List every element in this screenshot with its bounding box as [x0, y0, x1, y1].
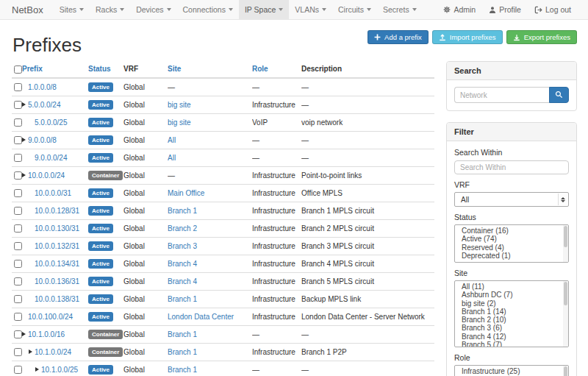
site-link[interactable]: Branch 4 [168, 277, 197, 285]
prefix-link[interactable]: 10.0.0.138/31 [35, 295, 79, 304]
nav-item-circuits[interactable]: Circuits [332, 0, 377, 19]
site-link[interactable]: big site [168, 101, 191, 109]
utility-profile[interactable]: Profile [482, 5, 528, 14]
column-header-status[interactable]: Status [88, 62, 123, 78]
row-checkbox[interactable] [14, 118, 22, 127]
row-checkbox[interactable] [14, 242, 22, 250]
filter-option[interactable]: Reserved (4) [455, 244, 568, 252]
filter-select-vrf[interactable]: All [454, 192, 569, 207]
brand[interactable]: NetBox [0, 0, 54, 19]
prefix-link[interactable]: 10.0.0.132/31 [35, 242, 79, 251]
site-link[interactable]: Branch 2 [168, 224, 197, 233]
role-cell: — [252, 78, 301, 96]
nav-item-connections[interactable]: Connections [177, 0, 239, 19]
row-checkbox[interactable] [14, 171, 22, 180]
site-link[interactable]: Branch 1 [168, 295, 197, 303]
prefix-link[interactable]: 10.0.0.0/31 [35, 189, 71, 198]
status-badge: Active [88, 294, 113, 304]
filter-option[interactable]: big site (2) [455, 299, 568, 308]
prefix-link[interactable]: 10.0.0.136/31 [35, 277, 79, 286]
expand-children-icon[interactable] [22, 173, 26, 177]
expand-children-icon[interactable] [29, 350, 32, 354]
row-checkbox[interactable] [14, 189, 22, 197]
nav-item-devices[interactable]: Devices [130, 0, 176, 19]
prefix-link[interactable]: 10.1.0.0/16 [28, 330, 65, 339]
prefix-link[interactable]: 5.0.0.0/25 [35, 118, 67, 127]
site-link[interactable]: big site [168, 118, 191, 127]
import-prefixes-button[interactable]: Import prefixes [432, 30, 503, 44]
site-link[interactable]: London Data Center [168, 313, 234, 321]
expand-children-icon[interactable] [22, 102, 26, 107]
filter-option[interactable]: Branch 4 (12) [455, 333, 568, 341]
prefix-link[interactable]: 10.0.0.130/31 [35, 224, 79, 233]
export-prefixes-button[interactable]: Export prefixes [506, 30, 577, 44]
expand-children-icon[interactable] [22, 332, 26, 336]
nav-item-sites[interactable]: Sites [54, 0, 90, 19]
filter-option[interactable]: Branch 5 (7) [455, 341, 568, 347]
filter-option[interactable]: Active (74) [455, 235, 568, 243]
filter-option[interactable]: Infrastructure (25) [455, 367, 568, 375]
column-header-site[interactable]: Site [168, 62, 252, 78]
utility-admin[interactable]: Admin [437, 5, 482, 14]
row-checkbox[interactable] [14, 136, 22, 144]
expand-children-icon[interactable] [35, 367, 39, 372]
site-link[interactable]: Branch 1 [168, 207, 197, 215]
site-link[interactable]: Branch 3 [168, 242, 197, 250]
nav-item-secrets[interactable]: Secrets [377, 0, 423, 19]
utility-log-out[interactable]: Log out [528, 5, 578, 14]
search-input[interactable] [454, 87, 549, 103]
scrollbar[interactable] [563, 366, 568, 376]
prefix-link[interactable]: 5.0.0.0/24 [28, 101, 60, 110]
site-link[interactable]: Branch 1 [168, 330, 197, 338]
row-checkbox[interactable] [14, 348, 22, 356]
site-link[interactable]: Main Office [168, 189, 204, 197]
filter-option[interactable]: Branch 3 (6) [455, 324, 568, 332]
row-checkbox[interactable] [14, 101, 22, 109]
prefix-link[interactable]: 10.1.0.0/24 [35, 348, 71, 357]
site-link[interactable]: Branch 1 [168, 366, 197, 374]
row-checkbox[interactable] [14, 313, 22, 321]
filter-input-search-within[interactable] [454, 160, 569, 174]
search-button[interactable] [549, 87, 569, 103]
column-header-role[interactable]: Role [252, 62, 301, 78]
row-checkbox[interactable] [14, 277, 22, 285]
filter-option[interactable]: Branch 2 (10) [455, 316, 568, 324]
site-link[interactable]: Branch 4 [168, 260, 197, 268]
site-link[interactable]: All [168, 154, 176, 162]
prefix-link[interactable]: 1.0.0.0/8 [28, 83, 57, 92]
filter-option[interactable]: Deprecated (1) [455, 252, 568, 260]
status-badge: Active [88, 312, 113, 322]
expand-children-icon[interactable] [22, 138, 26, 142]
row-checkbox[interactable] [14, 207, 22, 215]
vrf-cell: Global [123, 219, 168, 237]
row-checkbox[interactable] [14, 366, 22, 374]
scrollbar[interactable] [563, 281, 568, 347]
nav-item-vlans[interactable]: VLANs [289, 0, 332, 19]
row-checkbox[interactable] [14, 295, 22, 303]
site-link[interactable]: All [168, 136, 176, 144]
row-checkbox[interactable] [14, 330, 22, 338]
row-checkbox[interactable] [14, 224, 22, 233]
select-all-checkbox[interactable] [14, 65, 22, 74]
row-checkbox[interactable] [14, 260, 22, 268]
row-checkbox[interactable] [14, 154, 22, 162]
filter-option[interactable]: All (11) [455, 283, 568, 291]
prefix-link[interactable]: 9.0.0.0/24 [35, 154, 67, 163]
prefix-link[interactable]: 10.0.0.0/24 [28, 171, 65, 180]
prefix-link[interactable]: 9.0.0.0/8 [28, 136, 57, 145]
prefix-link[interactable]: 10.0.0.134/31 [35, 260, 79, 269]
nav-item-racks[interactable]: Racks [90, 0, 130, 19]
add-a-prefix-button[interactable]: Add a prefix [368, 30, 429, 44]
prefix-link[interactable]: 10.1.0.0/25 [41, 366, 78, 375]
row-checkbox[interactable] [14, 83, 22, 91]
filter-label-role: Role [454, 353, 569, 362]
filter-option[interactable]: Container (16) [455, 227, 568, 235]
column-header-prefix[interactable]: Prefix [22, 62, 88, 78]
filter-option[interactable]: Branch 1 (14) [455, 308, 568, 316]
prefix-link[interactable]: 10.0.0.128/31 [35, 207, 79, 216]
prefix-link[interactable]: 10.0.100.0/24 [28, 313, 73, 322]
nav-item-ip-space[interactable]: IP Space [239, 0, 289, 19]
filter-option[interactable]: Ashburn DC (7) [455, 291, 568, 299]
scrollbar[interactable] [563, 225, 568, 262]
site-link[interactable]: Branch 1 [168, 348, 197, 356]
